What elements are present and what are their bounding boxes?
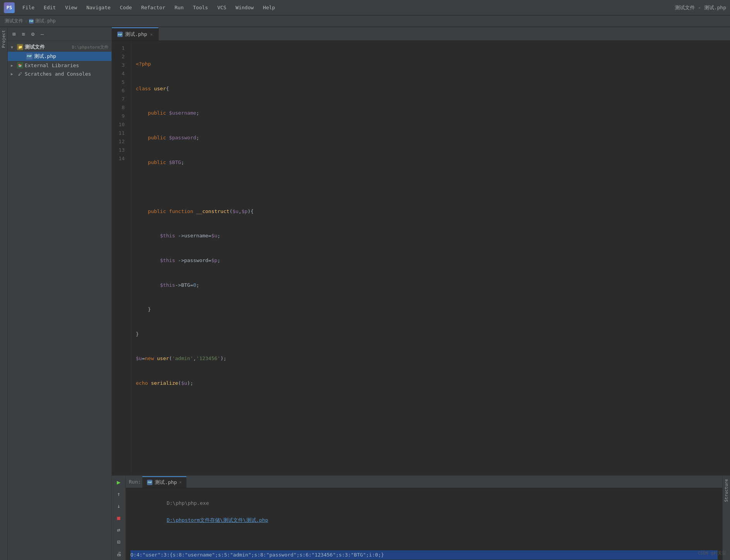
- bottom-panel: ▶ ↑ ↓ ■ ⇄ ⊡ 🖨 Run: PHP 测试.php ×: [112, 475, 730, 560]
- toolbar-collapse-btn[interactable]: ≡: [20, 30, 26, 38]
- php-icon: PHP: [29, 19, 34, 24]
- breadcrumb-separator: ›: [25, 19, 27, 24]
- menu-file[interactable]: File: [19, 3, 38, 12]
- menu-code[interactable]: Code: [116, 3, 136, 12]
- project-panel: ⊞ ≡ ⚙ — ▼ 📁 测试文件 D:\phpstorm文件 PHP 测试.ph…: [8, 27, 112, 560]
- code-line-6: [136, 183, 725, 191]
- run-rerun-btn[interactable]: ⇄: [113, 525, 124, 535]
- code-line-12: }: [136, 330, 725, 338]
- menu-tools[interactable]: Tools: [189, 3, 212, 12]
- run-command-link[interactable]: D:\phpstorm文件存储\测试文件\测试.php: [167, 517, 268, 523]
- run-content: Run: PHP 测试.php × D:\php\php.exe D:\phps…: [126, 476, 722, 560]
- tab-php-icon: PHP: [117, 32, 123, 37]
- project-label[interactable]: Project: [1, 30, 6, 48]
- menu-refactor[interactable]: Refactor: [137, 3, 169, 12]
- tree-arrow-root[interactable]: ▼: [11, 45, 15, 49]
- breadcrumb-file[interactable]: PHP 测试.php: [29, 18, 56, 24]
- structure-sidebar: Structure: [722, 476, 730, 560]
- code-line-1: <?php: [136, 60, 725, 69]
- scratch-icon: 🖊: [17, 71, 23, 77]
- run-highlighted-output: O:4:"user":3:{s:8:"username";s:5:"admin"…: [130, 550, 718, 560]
- tree-root-label: 测试文件: [25, 44, 69, 51]
- menu-view[interactable]: View: [61, 3, 81, 12]
- project-toolbar: ⊞ ≡ ⚙ —: [8, 27, 112, 41]
- structure-label[interactable]: Structure: [724, 479, 729, 502]
- toolbar-close-btn[interactable]: —: [39, 30, 45, 38]
- code-line-14: echo serialize($u);: [136, 379, 725, 387]
- tree-item-external-libs[interactable]: ▶ 📚 External Libraries: [8, 61, 112, 69]
- menu-window[interactable]: Window: [232, 3, 258, 12]
- tree-ext-libs-label: External Libraries: [25, 63, 108, 68]
- breadcrumb: 测试文件 › PHP 测试.php: [0, 15, 730, 27]
- tree-root[interactable]: ▼ 📁 测试文件 D:\phpstorm文件: [8, 42, 112, 52]
- code-line-2: class user{: [136, 85, 725, 93]
- run-output-command: D:\php\php.exe D:\phpstorm文件存储\测试文件\测试.p…: [130, 491, 718, 533]
- menu-bar[interactable]: File Edit View Navigate Code Refactor Ru…: [19, 3, 675, 12]
- line-num-8: 8: [112, 103, 128, 112]
- code-content[interactable]: <?php class user{ public $username; publ…: [131, 41, 730, 475]
- main-layout: Project ⊞ ≡ ⚙ — ▼ 📁 测试文件 D:\phpstorm文件 P…: [0, 27, 730, 560]
- tree-arrow-ext[interactable]: ▶: [11, 63, 15, 68]
- run-print-btn[interactable]: 🖨: [113, 549, 124, 558]
- code-line-8: $this ->username=$u;: [136, 232, 725, 240]
- line-num-2: ⊟2: [112, 52, 128, 61]
- php-file-icon: PHP: [26, 53, 32, 59]
- title-bar: PS File Edit View Navigate Code Refactor…: [0, 0, 730, 15]
- line-num-11: ⊟11: [112, 129, 128, 137]
- run-output[interactable]: D:\php\php.exe D:\phpstorm文件存储\测试文件\测试.p…: [126, 488, 722, 560]
- menu-vcs[interactable]: VCS: [213, 3, 230, 12]
- code-editor: 1 ⊟2 3 4 5 6 ⊟7 8 9 10 ⊟11 ⊟12: [112, 41, 730, 475]
- run-scroll-btn[interactable]: ⊡: [113, 537, 124, 546]
- tab-bar: PHP 测试.php ×: [112, 27, 730, 41]
- run-output-serialized: O:4:"user":3:{s:8:"username";s:5:"admin"…: [130, 533, 718, 560]
- run-toolbar: ▶ ↑ ↓ ■ ⇄ ⊡ 🖨: [112, 476, 126, 560]
- code-line-11: }: [136, 306, 725, 314]
- project-tree: ▼ 📁 测试文件 D:\phpstorm文件 PHP 测试.php ▶ 📚 Ex…: [8, 41, 112, 560]
- run-tab-label: 测试.php: [155, 479, 177, 486]
- line-num-1: 1: [112, 44, 128, 52]
- line-num-9: 9: [112, 112, 128, 120]
- folder-icon: 📁: [17, 44, 23, 50]
- run-stop-btn[interactable]: ■: [113, 513, 124, 523]
- tree-item-scratches[interactable]: ▶ 🖊 Scratches and Consoles: [8, 69, 112, 78]
- menu-help[interactable]: Help: [259, 3, 279, 12]
- code-line-5: public $BTG;: [136, 158, 725, 167]
- line-numbers: 1 ⊟2 3 4 5 6 ⊟7 8 9 10 ⊟11 ⊟12: [112, 41, 131, 475]
- tab-testphp[interactable]: PHP 测试.php ×: [112, 27, 159, 41]
- run-label: Run:: [129, 479, 141, 485]
- run-down-btn[interactable]: ↓: [113, 501, 124, 511]
- menu-navigate[interactable]: Navigate: [83, 3, 115, 12]
- code-line-9: $this ->password=$p;: [136, 256, 725, 265]
- code-line-3: public $username;: [136, 109, 725, 118]
- line-num-13: 13: [112, 146, 128, 154]
- menu-edit[interactable]: Edit: [40, 3, 59, 12]
- app-logo: PS: [4, 2, 15, 13]
- tab-close-btn[interactable]: ×: [150, 32, 153, 37]
- toolbar-expand-btn[interactable]: ⊞: [11, 30, 17, 38]
- line-num-4: 4: [112, 69, 128, 78]
- code-line-10: $this->BTG=0;: [136, 281, 725, 289]
- run-command-text: D:\php\php.exe: [167, 500, 209, 506]
- run-tab-close[interactable]: ×: [179, 480, 182, 484]
- tab-label: 测试.php: [125, 31, 147, 38]
- line-num-5: 5: [112, 78, 128, 86]
- line-num-6: 6: [112, 86, 128, 95]
- project-sidebar-strip: Project: [0, 27, 8, 560]
- line-num-10: 10: [112, 120, 128, 129]
- toolbar-settings-btn[interactable]: ⚙: [30, 30, 36, 38]
- ext-libs-icon: 📚: [17, 62, 23, 68]
- tree-file-label: 测试.php: [34, 53, 108, 60]
- tree-root-path: D:\phpstorm文件: [72, 44, 108, 50]
- run-up-btn[interactable]: ↑: [113, 489, 124, 499]
- tree-item-php-file[interactable]: PHP 测试.php: [8, 52, 112, 61]
- line-num-14: 14: [112, 154, 128, 163]
- code-line-7: public function __construct($u,$p){: [136, 207, 725, 216]
- tree-arrow-scratch[interactable]: ▶: [11, 72, 15, 76]
- run-play-btn[interactable]: ▶: [113, 477, 124, 487]
- breadcrumb-project[interactable]: 测试文件: [5, 18, 23, 24]
- run-tab-active[interactable]: PHP 测试.php ×: [142, 476, 186, 488]
- tree-scratches-label: Scratches and Consoles: [25, 71, 108, 77]
- run-tab-php-icon: PHP: [147, 480, 152, 485]
- code-line-13: $u=new user('admin','123456');: [136, 355, 725, 363]
- menu-run[interactable]: Run: [171, 3, 188, 12]
